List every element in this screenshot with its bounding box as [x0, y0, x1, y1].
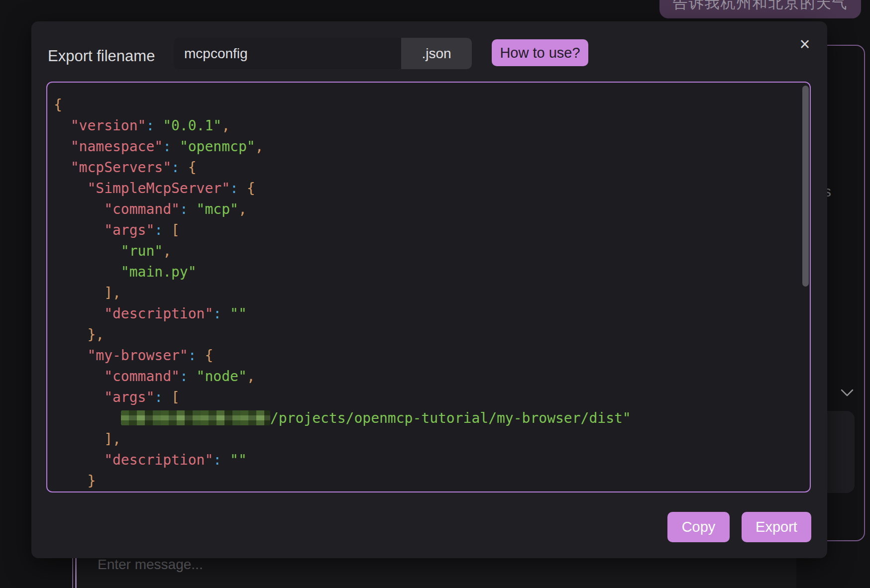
- copy-button[interactable]: Copy: [667, 512, 730, 542]
- input-border-line: [72, 558, 73, 588]
- chevron-down-icon[interactable]: [840, 388, 854, 398]
- input-border-line: [75, 558, 77, 588]
- redacted-path-blur: [121, 410, 270, 425]
- close-icon[interactable]: ×: [794, 33, 816, 55]
- chat-message-text: 告诉我杭州和北京的天气: [673, 0, 848, 13]
- export-filename-label: Export filename: [48, 47, 155, 65]
- editor-scrollbar-thumb[interactable]: [802, 86, 809, 287]
- export-button[interactable]: Export: [742, 512, 811, 542]
- config-code-editor[interactable]: { "version": "0.0.1", "namespace": "open…: [46, 82, 811, 492]
- filename-input[interactable]: mcpconfig .json: [174, 38, 472, 69]
- how-to-use-button[interactable]: How to use?: [492, 39, 588, 66]
- export-dialog: Export filename mcpconfig .json How to u…: [31, 21, 827, 558]
- filename-extension-suffix: .json: [401, 38, 472, 69]
- filename-input-value[interactable]: mcpconfig: [184, 38, 248, 69]
- chat-message-bubble: 告诉我杭州和北京的天气: [659, 0, 861, 18]
- config-code-content[interactable]: { "version": "0.0.1", "namespace": "open…: [54, 95, 631, 491]
- message-input-placeholder[interactable]: Enter message...: [98, 557, 203, 573]
